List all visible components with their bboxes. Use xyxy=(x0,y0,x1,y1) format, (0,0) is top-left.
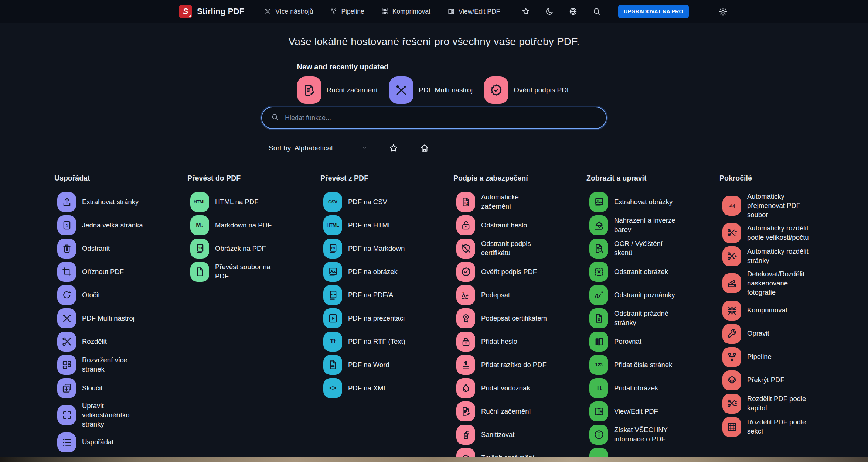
tool-item[interactable]: M↓Markdown na PDF xyxy=(187,215,320,235)
tool-item[interactable]: Přidat vodoznak xyxy=(453,378,586,398)
stamp-icon xyxy=(456,355,475,375)
trash-icon xyxy=(57,239,76,259)
nav-item-view-edit-pdf[interactable]: View/Edit PDF xyxy=(447,8,500,16)
tool-item[interactable]: Uspořádat xyxy=(54,432,187,452)
tool-item[interactable]: PDF na prezentaci xyxy=(320,308,453,328)
nav-item-compress[interactable]: Komprimovat xyxy=(381,8,430,16)
featured-item[interactable]: PDF Multi nástroj xyxy=(389,76,473,104)
tool-item[interactable]: Otočit xyxy=(54,285,187,305)
word-doc-icon xyxy=(323,355,342,375)
tool-item[interactable]: Odstranit podpis certifikátu xyxy=(453,239,586,259)
tool-item[interactable]: Oříznout PDF xyxy=(54,262,187,282)
tool-item[interactable]: Pipeline xyxy=(719,347,852,367)
tool-item[interactable]: Přidat heslo xyxy=(453,332,586,352)
info-circle-icon xyxy=(589,425,608,445)
dark-mode-icon[interactable] xyxy=(545,7,554,16)
tool-item[interactable]: Porovnat xyxy=(586,332,719,352)
page-scale-icon xyxy=(57,405,76,425)
tool-item[interactable]: Sanitizovat xyxy=(453,425,586,445)
tool-item[interactable]: Rozdělit PDF podle sekcí xyxy=(719,417,852,437)
tool-label: Otočit xyxy=(82,291,100,300)
featured-item[interactable]: Ruční začernění xyxy=(297,76,378,104)
tool-item[interactable]: Komprimovat xyxy=(719,301,852,321)
multi-tool-icon xyxy=(394,83,408,97)
tool-item[interactable]: Rozdělit PDF podle kapitol xyxy=(719,394,852,414)
tool-label: Ověřit podpis PDF xyxy=(481,267,537,277)
tool-item[interactable]: Extrahovat stránky xyxy=(54,192,187,212)
tool-item[interactable]: HTMLPDF na HTML xyxy=(320,215,453,235)
favourites-filter-icon[interactable] xyxy=(388,143,399,153)
settings-gear-icon[interactable] xyxy=(718,7,728,16)
tool-label: Převést soubor na PDF xyxy=(215,263,282,281)
book-open-icon xyxy=(589,401,608,421)
tool-item[interactable]: Získat VŠECHNY informace o PDF xyxy=(586,425,719,445)
tool-item[interactable]: xPodepsat xyxy=(453,285,586,305)
tool-item[interactable]: PDFPDF na PDF/A xyxy=(320,285,453,305)
nav-item-pipeline[interactable]: Pipeline xyxy=(330,8,364,16)
favourites-icon[interactable] xyxy=(521,7,530,16)
brand-title: Stirling PDF xyxy=(197,7,244,16)
tool-item[interactable]: Rozvržení více stránek xyxy=(54,355,187,375)
stirling-logo[interactable]: S xyxy=(179,5,192,18)
tool-item[interactable]: Odstranit poznámky xyxy=(586,285,719,305)
tool-item[interactable]: Odstranit prázdné stránky xyxy=(586,308,719,328)
tool-item[interactable]: 123Přidat čísla stránek xyxy=(586,355,719,375)
tool-item[interactable]: Rozdělit xyxy=(54,332,187,352)
tool-item[interactable]: Upravit velikost/měřítko stránky xyxy=(54,401,187,429)
rename-icon: ab| xyxy=(729,203,735,208)
tool-item[interactable]: Podepsat certifikátem xyxy=(453,308,586,328)
tool-item[interactable]: Automaticky rozdělit podle velikosti/poč… xyxy=(719,223,852,243)
tool-item[interactable]: Přidat razítko do PDF xyxy=(453,355,586,375)
svg-text:PDF: PDF xyxy=(197,246,203,250)
wrench-icon xyxy=(726,328,738,339)
tool-item[interactable]: Sloučit xyxy=(54,378,187,398)
column-items: ab|Automaticky přejmenovat PDF souborAut… xyxy=(719,192,852,437)
tool-item[interactable]: Opravit xyxy=(719,324,852,344)
search-icon xyxy=(592,7,601,16)
tool-item[interactable]: View/Edit PDF xyxy=(586,401,719,421)
tool-item[interactable]: Nahrazení a inverze barev xyxy=(586,215,719,235)
tool-item[interactable]: Překrýt PDF xyxy=(719,370,852,390)
upgrade-pro-button[interactable]: UPGRADOVAT NA PRO xyxy=(618,5,688,18)
tool-item[interactable]: PDF Multi nástroj xyxy=(54,308,187,328)
tool-item[interactable]: Detekovat/Rozdělit naskenované fotografi… xyxy=(719,270,852,297)
tool-item[interactable]: Ruční začernění xyxy=(453,401,586,421)
search-icon[interactable] xyxy=(592,7,601,16)
tool-item[interactable]: PDF na Word xyxy=(320,355,453,375)
tool-item[interactable]: Odstranit xyxy=(54,239,187,259)
lock-icon xyxy=(460,336,472,347)
tool-item[interactable]: AAutomatické začernění xyxy=(453,192,586,212)
tool-item[interactable]: AAutomaticky rozdělit stránky xyxy=(719,246,852,266)
tool-item[interactable]: ab|Automaticky přejmenovat PDF soubor xyxy=(719,192,852,220)
nav-item-more-tools[interactable]: Více nástrojů xyxy=(264,8,313,16)
tool-item[interactable]: OCR / Vyčištění skenů xyxy=(586,239,719,259)
tool-label: Pipeline xyxy=(747,352,772,362)
language-icon[interactable] xyxy=(569,7,578,16)
tool-item[interactable]: PDF na obrázek xyxy=(320,262,453,282)
feature-search-bar[interactable] xyxy=(261,107,607,129)
tool-item[interactable]: Extrahovat obrázky xyxy=(586,192,719,212)
tool-item[interactable]: <>PDF na XML xyxy=(320,378,453,398)
tool-item[interactable]: Odstranit heslo xyxy=(453,215,586,235)
tool-item[interactable]: 1Jedna velká stránka xyxy=(54,215,187,235)
tool-item[interactable]: TtPřidat obrázek xyxy=(586,378,719,398)
tool-item[interactable]: mPDF na Markdown xyxy=(320,239,453,259)
tool-item[interactable]: PDFObrázek na PDF xyxy=(187,239,320,259)
tool-item[interactable]: TtPDF na RTF (Text) xyxy=(320,332,453,352)
sort-select[interactable]: Sort by: Alphabetical xyxy=(269,144,368,152)
tool-item[interactable]: CSVPDF na CSV xyxy=(320,192,453,212)
tool-item[interactable]: Odstranit obrázek xyxy=(586,262,719,282)
tool-item[interactable]: Převést soubor na PDF xyxy=(187,262,320,282)
featured-item[interactable]: Ověřit podpis PDF xyxy=(484,76,571,104)
search-input[interactable] xyxy=(284,114,597,122)
tool-label: Oříznout PDF xyxy=(82,267,124,277)
tool-item[interactable]: Ověřit podpis PDF xyxy=(453,262,586,282)
sort-select-value: Sort by: Alphabetical xyxy=(269,144,333,152)
multi-layout-icon xyxy=(57,355,76,375)
chevron-down-icon xyxy=(361,144,368,152)
tool-item[interactable]: HTMLHTML na PDF xyxy=(187,192,320,212)
tool-label: PDF na Word xyxy=(348,360,389,370)
tool-label: Odstranit obrázek xyxy=(614,267,668,277)
tool-label: Přidat heslo xyxy=(481,337,517,346)
home-icon[interactable] xyxy=(419,143,430,153)
